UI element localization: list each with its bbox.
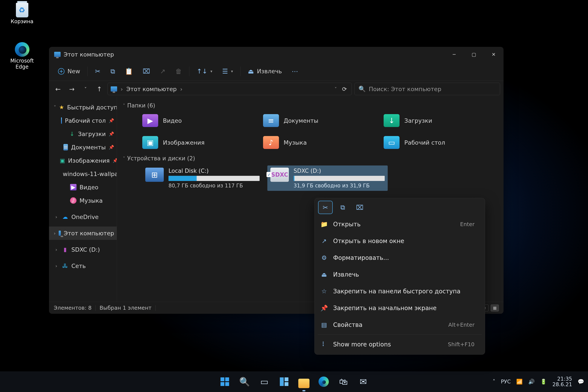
copy-button[interactable]: ⧉ xyxy=(106,65,119,78)
ctx-open-new-window[interactable]: ↗Открыть в новом окне xyxy=(315,232,485,249)
pin-icon: 📌 xyxy=(109,131,114,136)
sidebar-item-2[interactable]: ≡Документы📌 xyxy=(49,140,117,154)
sidebar-item-label: windows-11-wallpa xyxy=(63,171,117,177)
sidebar-sdxc[interactable]: ›▮SDXC (D:) xyxy=(49,243,117,256)
folder-card-4[interactable]: ♪Музыка xyxy=(263,134,375,150)
sidebar-item-icon: ▣ xyxy=(60,157,65,164)
drive-c[interactable]: ⊞ Local Disk (C:) 80,7 ГБ свободно из 11… xyxy=(142,166,262,191)
nav-recent[interactable]: ˅ xyxy=(80,84,91,94)
nav-forward[interactable]: → xyxy=(66,84,77,94)
ctx-show-more[interactable]: ⠇Show more optionsShift+F10 xyxy=(315,336,485,353)
ctx-pin-start[interactable]: 📌Закрепить на начальном экране xyxy=(315,300,485,316)
edge-label-2: Edge xyxy=(6,64,38,70)
sort-icon: ↑↓ xyxy=(197,68,208,75)
sidebar-item-4[interactable]: windows-11-wallpa xyxy=(49,167,117,180)
drive-c-free: 80,7 ГБ свободно из 117 ГБ xyxy=(168,183,260,189)
sidebar: ˅★ Быстрый доступ Рабочий стол📌↓Загрузки… xyxy=(49,97,117,302)
sidebar-item-icon: ♪ xyxy=(70,197,76,204)
ctx-open[interactable]: 📁ОткрытьEnter xyxy=(315,216,485,232)
tray-language[interactable]: РУС xyxy=(501,379,511,385)
group-header-drives[interactable]: ˅Устройства и диски (2) xyxy=(123,155,496,162)
tray-chevron-up-icon[interactable]: ˄ xyxy=(493,379,495,385)
rename-button[interactable]: ⌧ xyxy=(139,65,154,78)
ctx-properties[interactable]: ▤СвойстваAlt+Enter xyxy=(315,316,485,333)
close-button[interactable]: ✕ xyxy=(484,47,504,62)
eject-icon: ⏏ xyxy=(248,68,254,75)
ctx-format[interactable]: ⚙Форматировать... xyxy=(315,249,485,266)
sidebar-item-0[interactable]: Рабочий стол📌 xyxy=(49,114,117,127)
desktop-icon-recycle-bin[interactable]: ♻ Корэина xyxy=(6,2,38,24)
tray-battery-icon[interactable]: 🔋 xyxy=(540,379,547,385)
cut-button[interactable]: ✂ xyxy=(91,65,104,78)
ellipsis-icon: ⋯ xyxy=(292,68,298,75)
maximize-button[interactable]: ▢ xyxy=(464,47,484,62)
view-tiles-button[interactable]: ▦ xyxy=(491,304,499,312)
eject-label: Извлечь xyxy=(257,68,282,74)
eject-button[interactable]: ⏏Извлечь xyxy=(244,65,286,78)
sidebar-item-icon: ▶ xyxy=(70,184,76,190)
taskbar-widgets[interactable] xyxy=(276,374,292,390)
address-bar[interactable]: › Этот компьютер › ˅ ⟳ xyxy=(108,83,352,95)
nav-up[interactable]: ↑ xyxy=(94,84,105,94)
drive-d-usage-bar xyxy=(294,176,385,181)
titlebar[interactable]: Этот компьютер ─ ▢ ✕ xyxy=(49,47,504,62)
desktop-icon-edge[interactable]: Microsoft Edge xyxy=(6,42,38,70)
nav-row: ← → ˅ ↑ › Этот компьютер › ˅ ⟳ 🔍 Поиск: … xyxy=(49,81,504,97)
ctx-eject[interactable]: ⏏Извлечь xyxy=(315,266,485,283)
sort-button[interactable]: ↑↓▾ xyxy=(193,65,216,78)
search-input[interactable]: 🔍 Поиск: Этот компьютер xyxy=(354,83,500,95)
group-header-folders[interactable]: ˅Папки (6) xyxy=(123,102,496,109)
sidebar-quick-label: Быстрый доступ xyxy=(67,104,117,111)
rename-icon: ⌧ xyxy=(356,204,364,211)
taskbar-search[interactable]: 🔍 xyxy=(236,374,252,390)
sidebar-item-3[interactable]: ▣Изображения📌 xyxy=(49,154,117,167)
taskbar-store[interactable]: 🛍 xyxy=(336,374,352,390)
sidebar-quick-access[interactable]: ˅★ Быстрый доступ xyxy=(49,100,117,114)
copy-icon: ⧉ xyxy=(110,68,115,75)
drive-d-checkbox[interactable]: ✓ xyxy=(266,172,272,177)
taskbar-start[interactable] xyxy=(217,374,233,390)
ctx-rename[interactable]: ⌧ xyxy=(353,201,367,214)
refresh-button[interactable]: ⟳ xyxy=(340,86,348,92)
sidebar-this-pc[interactable]: ›Этот компьютер xyxy=(49,226,117,240)
drive-c-icon: ⊞ xyxy=(145,168,164,182)
more-button[interactable]: ⋯ xyxy=(288,65,302,78)
sidebar-item-icon: ≡ xyxy=(64,144,68,150)
tray-notifications-icon[interactable]: 💬 xyxy=(578,379,584,385)
folder-card-5[interactable]: ▭Рабочий стол xyxy=(384,134,496,150)
chevron-down-icon[interactable]: ˅ xyxy=(334,86,337,92)
sidebar-item-5[interactable]: ▶Видео xyxy=(49,180,117,194)
ctx-cut[interactable]: ✂ xyxy=(318,201,332,214)
folder-card-0[interactable]: ▶Видео xyxy=(142,112,254,128)
folder-card-3[interactable]: ▣Изображения xyxy=(142,134,254,150)
ctx-copy[interactable]: ⧉ xyxy=(336,201,350,214)
tray-clock[interactable]: 21:35 28.6.21 xyxy=(552,376,572,388)
sidebar-item-6[interactable]: ♪Музыка xyxy=(49,194,117,207)
search-placeholder: Поиск: Этот компьютер xyxy=(369,86,442,92)
folder-label: Рабочий стол xyxy=(404,139,445,146)
minimize-button[interactable]: ─ xyxy=(444,47,464,62)
scissors-icon: ✂ xyxy=(95,68,100,75)
sidebar-onedrive[interactable]: ›☁OneDrive xyxy=(49,210,117,224)
new-button[interactable]: + New xyxy=(54,65,84,78)
context-menu: ✂ ⧉ ⌧ 📁ОткрытьEnter ↗Открыть в новом окн… xyxy=(314,198,485,354)
tray-volume-icon[interactable]: 🔊 xyxy=(528,379,535,385)
taskbar-edge[interactable] xyxy=(316,374,332,390)
taskbar-file-explorer[interactable] xyxy=(296,374,312,390)
drive-d-free: 31,9 ГБ свободно из 31,9 ГБ xyxy=(294,183,385,189)
taskbar-mail[interactable]: ✉ xyxy=(355,374,371,390)
folder-card-1[interactable]: ≡Документы xyxy=(263,112,375,128)
drive-d[interactable]: ✓ SDXC SDXC (D:) 31,9 ГБ свободно из 31,… xyxy=(267,166,388,191)
paste-button[interactable]: 📋 xyxy=(121,65,137,78)
delete-button[interactable]: 🗑 xyxy=(172,65,186,78)
sidebar-item-1[interactable]: ↓Загрузки📌 xyxy=(49,127,117,140)
sidebar-network[interactable]: ›🖧Сеть xyxy=(49,259,117,272)
tray-wifi-icon[interactable]: 📶 xyxy=(516,379,523,385)
ctx-pin-quick-access[interactable]: ☆Закрепить на панели быстрого доступа xyxy=(315,283,485,300)
view-button[interactable]: ☰▾ xyxy=(218,65,237,78)
folder-card-2[interactable]: ↓Загрузки xyxy=(384,112,496,128)
folder-icon xyxy=(298,379,310,388)
taskbar-taskview[interactable]: ▭ xyxy=(256,374,272,390)
nav-back[interactable]: ← xyxy=(52,84,64,94)
share-button[interactable]: ↗ xyxy=(156,65,169,78)
